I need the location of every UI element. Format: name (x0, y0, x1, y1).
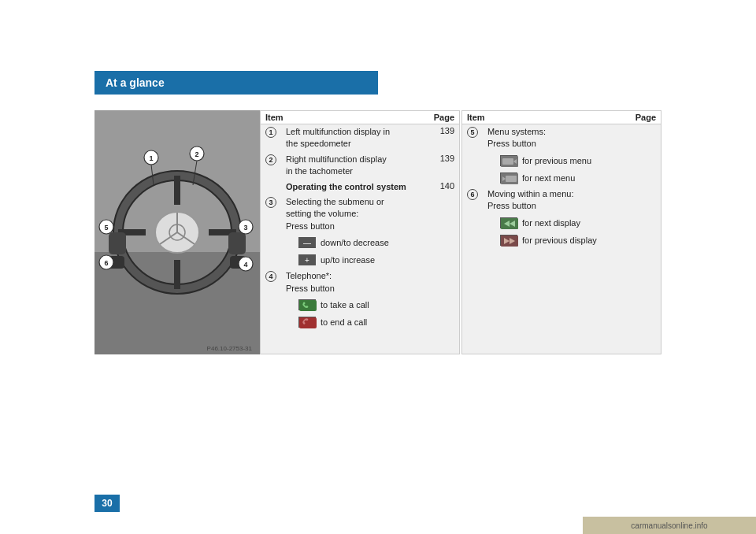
item-page-6 (631, 187, 661, 214)
phone-end-icon (298, 317, 316, 328)
spacer2 (429, 251, 459, 269)
svg-rect-16 (228, 232, 246, 254)
phone-take-icon (298, 299, 316, 310)
spacer (261, 251, 281, 269)
watermark: carmanualsonline.info (583, 517, 756, 534)
icon-take-row: to take a call (281, 296, 429, 313)
svg-text:6: 6 (104, 259, 108, 267)
minus-icon: — (298, 237, 316, 248)
phone-end-label: to end a call (321, 317, 367, 327)
item-text-5: Menu systems:Press button (483, 124, 631, 152)
table-left-header: Item Page (261, 111, 459, 124)
spacer2 (429, 313, 459, 331)
item-text-2: Right multifunction displayin the tachom… (281, 152, 429, 180)
table-left: Item Page 1 Left multifunction display i… (260, 110, 460, 354)
svg-rect-33 (299, 300, 317, 311)
minus-label: down/to decrease (321, 238, 389, 247)
col-item-label-r: Item (462, 111, 631, 124)
item-text-6: Moving within a menu:Press button (483, 187, 631, 214)
table-row: to end a call (261, 313, 459, 331)
table-row: for next display (462, 214, 661, 232)
icon-prev-display-row: for previous display (483, 232, 631, 249)
circle-4: 4 (265, 271, 276, 282)
next-menu-icon (500, 172, 517, 184)
item-num-4: 4 (261, 269, 281, 296)
table-row: 5 Menu systems:Press button (462, 124, 661, 152)
item-page-5 (631, 124, 661, 152)
svg-rect-36 (502, 158, 513, 165)
item-num-1: 1 (261, 124, 281, 152)
table-row: for previous display (462, 232, 661, 249)
svg-text:4: 4 (243, 261, 247, 269)
table-row: + up/to increase (261, 251, 459, 269)
table-right: Item Page 5 Menu systems:Press button (461, 110, 662, 354)
prev-menu-label: for previous menu (522, 156, 591, 165)
item-text-3: Selecting the submenu orsetting the volu… (281, 195, 429, 234)
icon-next-menu-row: for next menu (483, 169, 631, 187)
col-item-label: Item (261, 111, 429, 124)
item-page-1: 139 (429, 124, 459, 152)
next-menu-label: for next menu (522, 173, 575, 183)
spacer2 (631, 152, 661, 169)
prev-display-icon (500, 235, 517, 246)
svg-rect-39 (506, 176, 517, 182)
svg-text:3: 3 (243, 224, 247, 232)
next-display-label: for next display (522, 218, 580, 228)
svg-text:2: 2 (195, 150, 198, 158)
spacer2 (631, 169, 661, 187)
prev-menu-icon (500, 155, 517, 166)
steering-wheel-image: 1 2 3 4 5 6 P46.10-2753-31 (94, 110, 260, 354)
svg-text:1: 1 (149, 154, 153, 162)
table-row: 1 Left multifunction display inthe speed… (261, 124, 459, 152)
spacer2 (429, 234, 459, 251)
table-row: Operating the control system 140 (261, 180, 459, 195)
table-row: 2 Right multifunction displayin the tach… (261, 152, 459, 180)
table-right-header: Item Page (462, 111, 661, 124)
item-page-2: 139 (429, 152, 459, 180)
svg-text:5: 5 (104, 224, 108, 232)
item-text-4: Telephone*:Press button (281, 269, 429, 296)
spacer (261, 313, 281, 331)
icon-end-row: to end a call (281, 313, 429, 331)
circle-1: 1 (265, 127, 276, 138)
item-num-5: 5 (462, 124, 483, 152)
phone-take-label: to take a call (321, 300, 369, 310)
icon-prev-menu-row: for previous menu (483, 152, 631, 169)
table-row: 3 Selecting the submenu orsetting the vo… (261, 195, 459, 234)
item-num-2: 2 (261, 152, 281, 180)
icon-plus-row: + up/to increase (281, 251, 429, 269)
spacer (462, 214, 483, 232)
spacer (462, 169, 483, 187)
item-page-3b (429, 195, 459, 234)
page-wrapper: At a glance (0, 0, 756, 534)
svg-rect-14 (109, 232, 126, 254)
table-row: to take a call (261, 296, 459, 313)
table-row: 6 Moving within a menu:Press button (462, 187, 661, 214)
header-bar: At a glance (94, 71, 378, 95)
plus-label: up/to increase (321, 255, 375, 265)
table-row: for next menu (462, 169, 661, 187)
icon-next-display-row: for next display (483, 214, 631, 232)
prev-display-label: for previous display (522, 235, 597, 245)
spacer (462, 232, 483, 249)
item-text-1: Left multifunction display inthe speedom… (281, 124, 429, 152)
circle-3: 3 (265, 197, 276, 208)
page-badge: 30 (94, 495, 120, 512)
item-num-6: 6 (462, 187, 483, 214)
col-page-label: Page (429, 111, 459, 124)
page-number: 30 (102, 498, 112, 509)
icon-minus-row: — down/to decrease (281, 234, 429, 251)
item-text-3-header: Operating the control system (281, 180, 429, 195)
table-row: 4 Telephone*:Press button (261, 269, 459, 296)
spacer2 (631, 232, 661, 249)
tables-area: Item Page 1 Left multifunction display i… (260, 110, 662, 354)
plus-icon: + (298, 254, 316, 265)
table-row: for previous menu (462, 152, 661, 169)
spacer (261, 296, 281, 313)
spacer (261, 234, 281, 251)
spacer (462, 152, 483, 169)
steering-wheel-svg: 1 2 3 4 5 6 P46.10-2753-31 (94, 110, 260, 354)
item-page-4 (429, 269, 459, 296)
watermark-text: carmanualsonline.info (631, 521, 707, 530)
circle-5: 5 (467, 127, 478, 138)
